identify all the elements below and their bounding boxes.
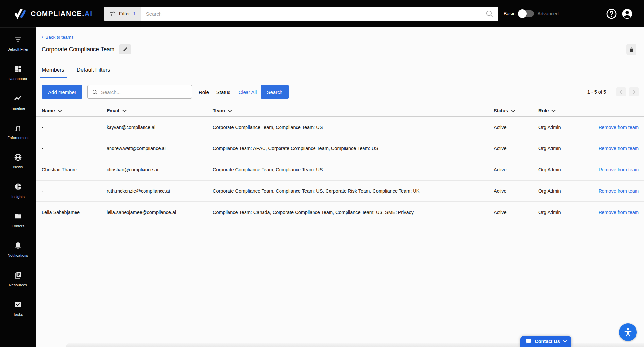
chevron-left-icon [620,90,622,94]
sort-chevron-down-icon[interactable] [551,108,556,113]
remove-from-team-link[interactable]: Remove from team [599,146,639,151]
filter-button[interactable]: Filter 1 [104,7,141,21]
enforcement-icon [14,124,22,133]
column-header-status[interactable]: Status [494,108,538,113]
page-title: Corporate Compliance Team [42,46,114,53]
sidebar-item-label: Default Filter [7,47,28,51]
search-button[interactable]: Search [261,85,289,99]
member-search-box [87,85,192,99]
chevron-down-icon [563,340,567,343]
members-toolbar: Add member Role Status Clear All Search … [36,78,644,99]
global-search-bar: Filter 1 [104,7,498,21]
sort-chevron-down-icon[interactable] [511,108,515,113]
member-email: leila.sahebjamee@compliance.ai [107,210,213,215]
pagination-next-button[interactable] [629,87,639,96]
back-to-teams-link[interactable]: ‹ Back to teams [42,35,74,40]
member-teams: Corporate Compliance Team, Compliance Te… [213,167,494,172]
column-header-name[interactable]: Name [42,108,107,113]
sidebar-item-enforcement[interactable]: Enforcement [0,124,36,139]
remove-from-team-link[interactable]: Remove from team [599,125,639,130]
search-icon[interactable] [485,9,494,18]
clear-all-link[interactable]: Clear All [238,89,257,95]
folders-icon [14,212,22,222]
logo-mark-icon [13,8,27,19]
member-name: Christian Thaure [42,167,107,172]
news-icon [14,153,22,163]
table-row: -ruth.mckenzie@compliance.aiCorporate Co… [36,181,644,202]
tab-members[interactable]: Members [42,67,64,78]
pagination-prev-button[interactable] [616,87,626,96]
chevron-right-icon [633,90,635,94]
account-icon[interactable] [621,8,633,20]
member-search-input[interactable] [101,89,188,95]
sidebar-item-insights[interactable]: Insights [0,182,36,198]
remove-from-team-link[interactable]: Remove from team [599,210,639,215]
column-header-role[interactable]: Role [538,108,587,113]
sort-chevron-down-icon[interactable] [122,108,127,113]
member-teams: Corporate Compliance Team, Compliance Te… [213,125,494,130]
status-filter-dropdown[interactable]: Status [216,89,230,95]
sidebar-item-label: Resources [9,283,27,287]
sidebar-item-timeline[interactable]: Timeline [0,94,36,110]
sidebar-item-dashboard[interactable]: Dashboard [0,65,36,80]
chevron-left-icon: ‹ [42,35,43,39]
delete-team-button[interactable] [626,44,636,55]
tune-icon [109,10,116,17]
tasks-icon [14,300,22,310]
add-member-button[interactable]: Add member [42,85,82,99]
sidebar-item-folders[interactable]: Folders [0,212,36,227]
member-role: Org Admin [538,210,587,215]
contact-us-button[interactable]: Contact Us [520,336,571,347]
member-name: Leila Sahebjamee [42,210,107,215]
member-email: christian@compliance.ai [107,167,213,172]
sidebar-item-resources[interactable]: Resources [0,271,36,286]
member-name: - [42,125,107,130]
column-header-team[interactable]: Team [213,108,494,113]
sidebar-item-label: Enforcement [7,136,28,140]
default-filter-icon [14,35,22,45]
mode-toggle[interactable] [519,10,534,17]
pagination-range: 1 - 5 of 5 [587,89,606,95]
toggle-knob [518,9,527,18]
sidebar-item-label: Dashboard [9,77,27,81]
accessibility-widget-button[interactable] [619,323,637,341]
member-status: Active [494,146,538,151]
sidebar-item-label: Folders [12,224,24,228]
member-name: - [42,188,107,194]
member-teams: Corporate Compliance Team, Compliance Te… [213,188,494,194]
role-filter-dropdown[interactable]: Role [199,89,209,95]
member-role: Org Admin [538,146,587,151]
member-status: Active [494,125,538,130]
sidebar-item-label: Notifications [8,253,28,257]
sidebar-item-tasks[interactable]: Tasks [0,300,36,316]
sidebar-item-default-filter[interactable]: Default Filter [0,35,36,51]
member-role: Org Admin [538,167,587,172]
member-teams: Compliance Team: APAC, Corporate Complia… [213,146,494,151]
sidebar-item-label: Tasks [13,312,23,316]
member-status: Active [494,210,538,215]
member-email: ruth.mckenzie@compliance.ai [107,188,213,194]
sidebar-item-news[interactable]: News [0,153,36,168]
sidebar-item-notifications[interactable]: Notifications [0,241,36,257]
remove-from-team-link[interactable]: Remove from team [599,188,639,194]
column-header-email[interactable]: Email [107,108,213,113]
global-search-input[interactable] [141,11,485,17]
resources-icon [14,271,22,281]
tab-default-filters[interactable]: Default Filters [77,67,110,78]
member-email: andrew.watt@compliance.ai [107,146,213,151]
member-name: - [42,146,107,151]
edit-team-name-button[interactable] [119,44,131,54]
sidebar-item-label: News [13,165,23,169]
logo-text: COMPLIANCE.AI [31,10,93,18]
timeline-icon [14,94,22,104]
compliance-ai-logo[interactable]: COMPLIANCE.AI [13,8,93,19]
table-row: -andrew.watt@compliance.aiCompliance Tea… [36,138,644,159]
sort-chevron-down-icon[interactable] [58,108,62,113]
column-label: Role [538,108,549,113]
column-label: Status [494,108,508,113]
remove-from-team-link[interactable]: Remove from team [599,167,639,172]
search-icon [92,89,98,95]
help-icon[interactable] [606,8,617,20]
filter-button-label: Filter [119,11,130,17]
sort-chevron-down-icon[interactable] [228,108,232,113]
